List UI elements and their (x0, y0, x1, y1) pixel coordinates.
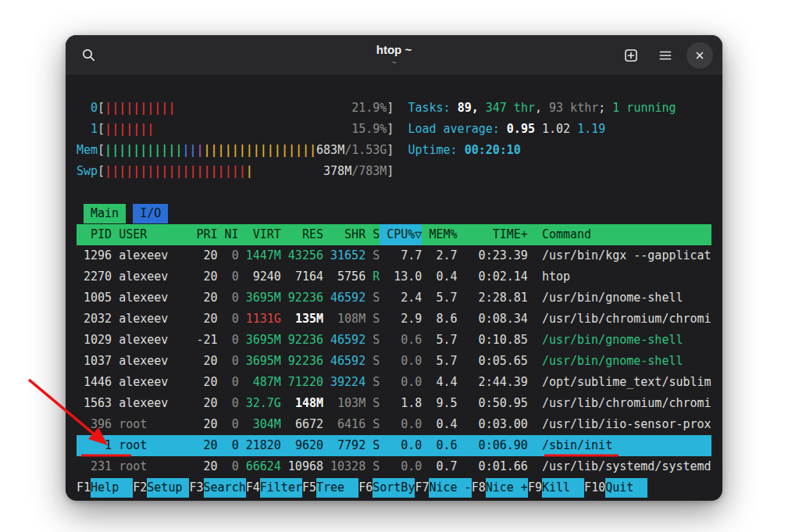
process-row-2270[interactable]: 2270alexeev200924071645756R13.00.40:02.1… (77, 266, 711, 287)
tab-main[interactable]: Main (84, 204, 126, 223)
cpu-cell: 0.0 (380, 351, 422, 372)
stat-segment: Tasks: (408, 98, 457, 119)
virt-cell: 3695M (239, 351, 281, 372)
pid-cell: 1296 (77, 245, 112, 266)
column-header-virt[interactable]: VIRT (239, 224, 281, 245)
res-cell: 92236 (281, 287, 323, 309)
shr-cell: 6416 (323, 414, 365, 435)
shr-cell: 46592 (323, 351, 365, 372)
ni-cell: 0 (218, 393, 239, 414)
user-cell: alexeev (112, 287, 189, 309)
time-cell: 0:50.95 (458, 393, 528, 414)
fkey-f5[interactable]: F5Tree (302, 478, 358, 498)
meter-bar: ||||||||||21.9% (105, 98, 387, 119)
res-cell: 9620 (281, 435, 323, 456)
pid-cell: 1029 (77, 330, 112, 351)
res-cell: 148M (281, 393, 323, 414)
cpu-cell: 2.9 (380, 309, 422, 330)
process-row-1[interactable]: 1root2002182096207792S0.00.60:06.90/sbin… (77, 435, 711, 456)
search-button[interactable] (75, 42, 102, 69)
cmd-cell: /usr/bin/gnome-shell (528, 287, 711, 309)
user-cell: root (112, 414, 189, 435)
cmd-cell: /opt/sublime_text/sublim (528, 372, 711, 393)
stats-line: Tasks: 89, 347 thr, 93 kthr; 1 running (408, 98, 676, 119)
stat-segment: 1 running (612, 98, 676, 119)
fkey-f2[interactable]: F2Setup (133, 478, 189, 498)
close-button[interactable] (686, 42, 713, 69)
process-row-396[interactable]: 396root200304M66726416S0.00.40:03.00/usr… (77, 414, 711, 435)
column-header-user[interactable]: USER (112, 224, 189, 245)
fkey-number: F7 (415, 478, 429, 498)
column-header-s[interactable]: S (365, 224, 380, 245)
pri-cell: 20 (189, 372, 217, 393)
fkey-f6[interactable]: F6SortBy (358, 478, 415, 498)
column-header-cmd[interactable]: Command (528, 224, 711, 245)
fkey-number: F2 (133, 478, 147, 498)
meter-spacer (253, 161, 323, 182)
cmd-cell: htop (528, 266, 711, 287)
process-row-1563[interactable]: 1563alexeev20032.7G148M103MS1.89.50:50.9… (77, 393, 711, 414)
pri-cell: 20 (189, 287, 217, 309)
column-header-mem[interactable]: MEM% (422, 224, 457, 245)
fkey-f4[interactable]: F4Filter (246, 478, 302, 498)
mem-cell: 2.7 (422, 245, 457, 266)
process-row-1446[interactable]: 1446alexeev200487M7122039224S0.04.42:44.… (77, 372, 711, 393)
fkey-action: SortBy (373, 478, 415, 498)
virt-cell: 21820 (239, 435, 281, 456)
virt-cell: 9240 (239, 266, 281, 287)
stats-line: Load average: 0.95 1.02 1.19 (408, 119, 605, 140)
fkey-number: F6 (358, 478, 373, 498)
menu-button[interactable] (652, 42, 679, 69)
fkey-f10[interactable]: F10Quit (584, 478, 647, 498)
column-header-cpu[interactable]: CPU%▽ (380, 224, 422, 245)
ni-cell: 0 (218, 266, 239, 287)
fkey-number: F9 (528, 478, 542, 498)
tab-io[interactable]: I/O (133, 204, 168, 223)
column-header-ni[interactable]: NI (218, 224, 239, 245)
process-row-1005[interactable]: 1005alexeev2003695M9223646592S2.45.72:28… (77, 287, 711, 309)
stat-segment: Load average: (408, 119, 506, 140)
meter-value-part: 378M (323, 161, 351, 182)
blank-line (77, 182, 711, 203)
pri-cell: 20 (189, 245, 217, 266)
process-row-1037[interactable]: 1037alexeev2003695M9223646592S0.05.70:05… (77, 351, 711, 372)
column-header-pri[interactable]: PRI (189, 224, 217, 245)
meter-open-bracket: [ (98, 119, 105, 140)
titlebar: htop ~ ~ (66, 35, 722, 76)
fkey-f9[interactable]: F9Kill (528, 478, 584, 498)
column-header-res[interactable]: RES (281, 224, 323, 245)
time-cell: 2:28.81 (458, 287, 528, 309)
process-row-1029[interactable]: 1029alexeev-2103695M9223646592S0.65.70:1… (77, 330, 711, 351)
fkey-f1[interactable]: F1Help (77, 478, 133, 498)
s-cell: R (365, 266, 380, 287)
cpu-cell: 7.7 (380, 245, 422, 266)
s-cell: S (365, 393, 380, 414)
fkey-f8[interactable]: F8Nice + (472, 478, 528, 498)
process-row-231[interactable]: 231root200666241096810328S0.00.70:01.66/… (77, 456, 711, 477)
column-header-pid[interactable]: PID (77, 224, 112, 245)
meter-value: 15.9% (351, 119, 387, 140)
bar-segment-green: ||||||||||| (105, 140, 182, 161)
process-row-1296[interactable]: 1296alexeev2001447M4325631652S7.72.70:23… (77, 245, 711, 266)
column-header-shr[interactable]: SHR (323, 224, 365, 245)
meter-value: 378M/783M (323, 161, 387, 182)
fkey-f7[interactable]: F7Nice - (415, 478, 471, 498)
user-cell: alexeev (112, 351, 189, 372)
mem-cell: 4.4 (422, 372, 457, 393)
new-tab-button[interactable] (618, 42, 644, 69)
hamburger-menu-icon (658, 48, 672, 62)
s-cell: S (365, 435, 380, 456)
cmd-cell: /usr/bin/gnome-shell (528, 330, 711, 351)
s-cell: S (365, 456, 380, 477)
shr-cell: 46592 (323, 287, 365, 309)
column-header-time[interactable]: TIME+ (458, 224, 528, 245)
ni-cell: 0 (218, 435, 239, 456)
fkey-f3[interactable]: F3Search (189, 478, 245, 498)
title-block: htop ~ ~ (376, 43, 412, 67)
meter-value: 683M/1.53G (316, 140, 387, 161)
process-row-2032[interactable]: 2032alexeev2001131G135M108MS2.98.60:08.3… (77, 309, 711, 330)
mem-cell: 0.6 (422, 435, 457, 456)
pid-cell: 1037 (77, 351, 112, 372)
virt-cell: 1447M (239, 245, 281, 266)
stat-segment: ; (598, 98, 612, 119)
